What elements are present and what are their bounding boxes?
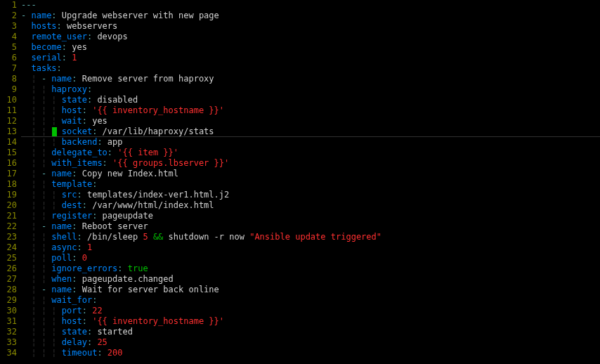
code-line[interactable]: 17 ¦ - name: Copy new Index.html xyxy=(0,169,600,179)
line-content[interactable]: ¦ ¦ ¦ host: '{{ inventory_hostname }}' xyxy=(21,316,224,327)
code-line[interactable]: 9 ¦ ¦ haproxy: xyxy=(0,84,600,95)
code-line[interactable]: 25 ¦ ¦ poll: 0 xyxy=(0,253,600,264)
line-number: 23 xyxy=(0,232,21,242)
code-line[interactable]: 29 ¦ ¦ wait_for: xyxy=(0,295,600,306)
token-dash: --- xyxy=(21,0,37,10)
code-line[interactable]: 12 ¦ ¦ ¦ wait: yes xyxy=(0,116,600,126)
code-line[interactable]: 20 ¦ ¦ ¦ dest: /var/www/html/index.html xyxy=(0,200,600,211)
token-kw: name xyxy=(51,169,72,178)
code-line[interactable]: 16 ¦ ¦ with_items: '{{ groups.lbserver }… xyxy=(0,158,600,169)
code-line[interactable]: 24 ¦ ¦ async: 1 xyxy=(0,242,600,253)
code-line[interactable]: 4 remote_user: devops xyxy=(0,32,600,42)
token-val: Wait for server back online xyxy=(77,285,219,294)
line-content[interactable]: serial: 1 xyxy=(21,53,77,63)
line-content[interactable]: ¦ ¦ shell: /bin/sleep 5 && shutdown -r n… xyxy=(21,232,381,242)
code-line[interactable]: 31 ¦ ¦ ¦ host: '{{ inventory_hostname }}… xyxy=(0,316,600,327)
line-content[interactable]: ¦ ¦ ¦ dest: /var/www/html/index.html xyxy=(21,200,214,211)
line-content[interactable]: ¦ ¦ poll: 0 xyxy=(21,253,87,264)
code-line[interactable]: 8 ¦ - name: Remove server from haproxy xyxy=(0,74,600,84)
line-content[interactable]: ¦ ¦ ¦ state: disabled xyxy=(21,95,138,105)
code-line[interactable]: 33 ¦ ¦ ¦ delay: 25 xyxy=(0,337,600,348)
code-line[interactable]: 28 ¦ - name: Wait for server back online xyxy=(0,285,600,295)
token-val xyxy=(107,158,112,168)
token-dash: : xyxy=(117,264,122,273)
code-line[interactable]: 2- name: Upgrade webserver with new page xyxy=(0,11,600,21)
line-content[interactable]: ¦ ¦ haproxy: xyxy=(21,84,92,95)
line-content[interactable]: ¦ - name: Remove server from haproxy xyxy=(21,74,214,84)
line-content[interactable]: ¦ - name: Copy new Index.html xyxy=(21,169,178,179)
token-kw: name xyxy=(31,11,51,20)
line-number: 12 xyxy=(0,116,21,126)
token-kw: name xyxy=(51,221,72,231)
line-content[interactable]: ¦ ¦ ¦ port: 22 xyxy=(21,306,103,316)
token-kw: remote_user xyxy=(31,32,86,41)
code-line[interactable]: 14 ¦ ¦ ¦ backend: app xyxy=(0,137,600,148)
line-content[interactable]: ¦ ¦ when: pageupdate.changed xyxy=(21,274,174,285)
line-number: 9 xyxy=(0,84,21,95)
line-content[interactable]: hosts: webservers xyxy=(21,21,117,32)
line-content[interactable]: ¦ ¦ register: pageupdate xyxy=(21,211,153,221)
code-line[interactable]: 3 hosts: webservers xyxy=(0,21,600,32)
line-content[interactable]: ¦ - name: Wait for server back online xyxy=(21,285,219,295)
line-number: 6 xyxy=(0,53,21,63)
line-content[interactable]: ¦ ¦ ¦ src: templates/index-ver1.html.j2 xyxy=(21,190,229,200)
line-content[interactable]: ¦ ¦ template: xyxy=(21,179,97,190)
line-content[interactable]: ¦ ¦ ¦ socket: /var/lib/haproxy/stats xyxy=(21,126,214,137)
line-content[interactable]: become: yes xyxy=(21,42,87,53)
line-number: 21 xyxy=(0,211,21,221)
code-line[interactable]: 15 ¦ ¦ delegate_to: '{{ item }}' xyxy=(0,148,600,158)
code-line[interactable]: 1--- xyxy=(0,0,600,11)
code-line[interactable]: 34 ¦ ¦ ¦ timeout: 200 xyxy=(0,348,600,358)
line-content[interactable]: tasks: xyxy=(21,63,62,74)
code-line[interactable]: 11 ¦ ¦ ¦ host: '{{ inventory_hostname }}… xyxy=(0,105,600,116)
code-line[interactable]: 7 tasks: xyxy=(0,63,600,74)
code-line[interactable]: 32 ¦ ¦ ¦ state: started xyxy=(0,327,600,337)
code-line[interactable]: 21 ¦ ¦ register: pageupdate xyxy=(0,211,600,221)
line-content[interactable]: ¦ ¦ async: 1 xyxy=(21,242,92,253)
token-kw: template xyxy=(51,179,92,189)
line-number: 2 xyxy=(0,11,21,21)
token-val xyxy=(21,42,31,52)
line-content[interactable]: ¦ ¦ ¦ wait: yes xyxy=(21,116,107,126)
code-line[interactable]: 22 ¦ - name: Reboot server xyxy=(0,221,600,232)
code-line[interactable]: 30 ¦ ¦ ¦ port: 22 xyxy=(0,306,600,316)
token-num: 1 xyxy=(87,242,92,252)
code-line[interactable]: 26 ¦ ¦ ignore_errors: true xyxy=(0,264,600,274)
line-content[interactable]: - name: Upgrade webserver with new page xyxy=(21,11,219,21)
code-line[interactable]: 10 ¦ ¦ ¦ state: disabled xyxy=(0,95,600,105)
line-content[interactable]: ¦ ¦ ¦ timeout: 200 xyxy=(21,348,123,358)
line-content[interactable]: --- xyxy=(21,0,37,11)
token-dash: - xyxy=(41,285,51,294)
line-content[interactable]: ¦ ¦ ¦ host: '{{ inventory_hostname }}' xyxy=(21,105,224,116)
token-pipe: ¦ ¦ xyxy=(21,84,51,94)
code-line[interactable]: 6 serial: 1 xyxy=(0,53,600,63)
code-line[interactable]: 18 ¦ ¦ template: xyxy=(0,179,600,190)
token-num: 1 xyxy=(72,53,77,63)
token-pipe: ¦ ¦ ¦ xyxy=(21,116,62,126)
code-line[interactable]: 27 ¦ ¦ when: pageupdate.changed xyxy=(0,274,600,285)
code-line[interactable]: 13 ¦ ¦ ¦ socket: /var/lib/haproxy/stats xyxy=(0,126,600,137)
line-number: 26 xyxy=(0,264,21,274)
line-content[interactable]: remote_user: devops xyxy=(21,32,128,42)
code-line[interactable]: 23 ¦ ¦ shell: /bin/sleep 5 && shutdown -… xyxy=(0,232,600,242)
token-dash: : xyxy=(82,200,87,210)
line-content[interactable]: ¦ ¦ with_items: '{{ groups.lbserver }}' xyxy=(21,158,229,169)
token-dash: : xyxy=(97,137,102,147)
token-kw: async xyxy=(51,242,77,252)
code-line[interactable]: 5 become: yes xyxy=(0,42,600,53)
code-line[interactable]: 19 ¦ ¦ ¦ src: templates/index-ver1.html.… xyxy=(0,190,600,200)
token-val xyxy=(21,32,31,41)
token-dash: : xyxy=(92,295,97,305)
line-content[interactable]: ¦ ¦ ¦ backend: app xyxy=(21,137,123,148)
line-content[interactable]: ¦ ¦ wait_for: xyxy=(21,295,97,306)
line-content[interactable]: ¦ ¦ ¦ delay: 25 xyxy=(21,337,107,348)
token-val: shutdown -r now xyxy=(163,232,249,242)
token-pipe: ¦ ¦ ¦ xyxy=(21,337,62,347)
line-content[interactable]: ¦ ¦ ¦ state: started xyxy=(21,327,133,337)
code-editor[interactable]: 1---2- name: Upgrade webserver with new … xyxy=(0,0,600,358)
line-content[interactable]: ¦ ¦ ignore_errors: true xyxy=(21,264,148,274)
line-content[interactable]: ¦ - name: Reboot server xyxy=(21,221,148,232)
token-kw: state xyxy=(62,95,87,105)
token-pipe: ¦ xyxy=(21,169,41,178)
line-content[interactable]: ¦ ¦ delegate_to: '{{ item }}' xyxy=(21,148,178,158)
